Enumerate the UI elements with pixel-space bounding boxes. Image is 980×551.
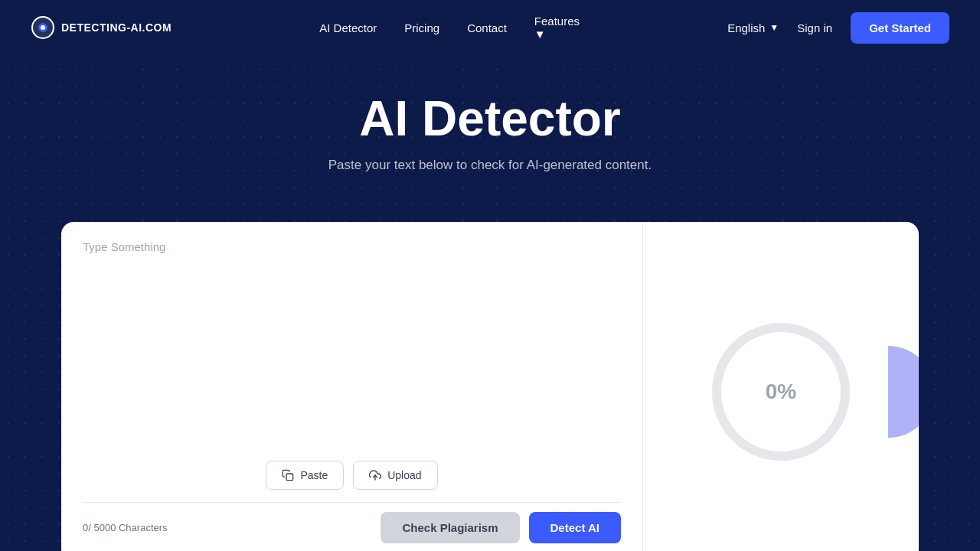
svg-rect-3 — [286, 474, 293, 481]
hero-section: AI Detector Paste your text below to che… — [0, 55, 980, 222]
chevron-down-icon: ▼ — [769, 22, 779, 33]
nav-item-contact[interactable]: Contact — [467, 21, 507, 34]
upload-button[interactable]: Upload — [353, 461, 437, 490]
nav-item-pricing[interactable]: Pricing — [404, 21, 439, 34]
text-input[interactable] — [83, 240, 621, 455]
hero-title: AI Detector — [15, 92, 965, 145]
card-bottom: 0/ 5000 Characters Check Plagiarism Dete… — [83, 502, 621, 543]
upload-icon — [369, 469, 381, 481]
nav-right: English ▼ Sign in Get Started — [727, 12, 949, 44]
check-plagiarism-button[interactable]: Check Plagiarism — [381, 512, 519, 543]
logo-text: DETECTING-AI.COM — [61, 21, 172, 34]
card-right: 0% — [643, 222, 919, 551]
logo-icon — [31, 15, 55, 40]
language-selector[interactable]: English ▼ — [727, 21, 779, 34]
card-left: Paste Upload 0/ 5000 Characters Check Pl… — [61, 222, 643, 551]
logo: DETECTING-AI.COM — [31, 15, 172, 40]
card-actions: Paste Upload — [83, 461, 621, 490]
percentage-display: 0% — [766, 380, 796, 404]
language-label: English — [727, 21, 765, 34]
nav-item-ai-detector[interactable]: AI Detector — [319, 21, 377, 34]
get-started-button[interactable]: Get Started — [851, 12, 949, 44]
percentage-circle: 0% — [712, 323, 850, 461]
bottom-buttons: Check Plagiarism Detect AI — [381, 512, 621, 543]
sign-in-link[interactable]: Sign in — [797, 21, 832, 34]
detect-ai-button[interactable]: Detect AI — [529, 512, 621, 543]
main-card: Paste Upload 0/ 5000 Characters Check Pl… — [61, 222, 919, 551]
deco-arc — [888, 346, 919, 438]
svg-point-2 — [41, 25, 45, 30]
hero-subtitle: Paste your text below to check for AI-ge… — [15, 158, 965, 173]
paste-icon — [282, 469, 294, 481]
chevron-down-icon: ▼ — [534, 28, 580, 41]
navbar: DETECTING-AI.COM AI Detector Pricing Con… — [0, 0, 980, 55]
char-count: 0/ 5000 Characters — [83, 522, 168, 533]
nav-item-features[interactable]: Features ▼ — [534, 15, 580, 41]
nav-links: AI Detector Pricing Contact Features ▼ — [319, 15, 580, 41]
paste-button[interactable]: Paste — [266, 461, 344, 490]
